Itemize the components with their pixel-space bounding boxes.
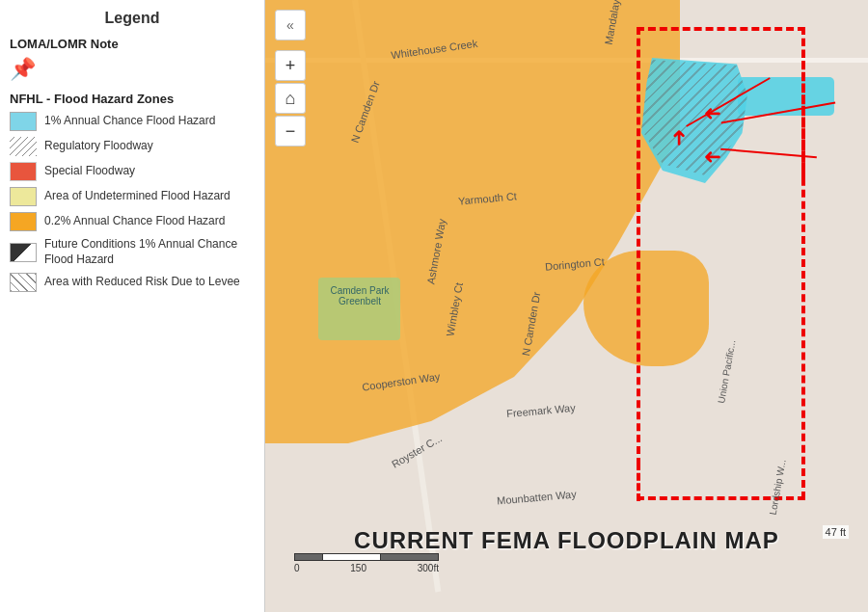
map-title: CURRENT FEMA FLOODPLAIN MAP (354, 527, 779, 554)
legend-item-undetermined: Area of Undetermined Flood Hazard (10, 187, 255, 206)
legend-icon-reduced (10, 273, 37, 292)
legend-item-regulatory: Regulatory Floodway (10, 137, 255, 156)
legend-label-02pct: 0.2% Annual Chance Flood Hazard (44, 214, 225, 229)
arrow-3: ➜ (666, 129, 692, 146)
zoom-in-button[interactable]: + (275, 50, 306, 81)
collapse-button[interactable]: « (275, 10, 306, 40)
map-area[interactable]: ➜ ➜ ➜ Camden ParkGreenbelt Whitehouse Cr… (265, 0, 868, 612)
park-label: Camden ParkGreenbelt (321, 285, 398, 306)
red-dashed-right (801, 27, 805, 499)
legend-item-reduced: Area with Reduced Risk Due to Levee (10, 273, 255, 292)
elevation-marker: 47 ft (823, 525, 849, 539)
legend-label-reduced: Area with Reduced Risk Due to Levee (44, 275, 240, 290)
legend-icon-1pct (10, 112, 37, 131)
loma-section-title: LOMA/LOMR Note (10, 37, 255, 51)
red-dashed-bottom (637, 496, 805, 500)
legend-label-future: Future Conditions 1% Annual Chance Flood… (44, 237, 255, 267)
legend-icon-undetermined (10, 187, 37, 206)
map-controls: « + ⌂ − (275, 10, 306, 146)
loma-pin-icon: 📌 (10, 57, 255, 82)
red-dashed-left-side (637, 181, 640, 466)
legend-panel: Legend LOMA/LOMR Note 📌 NFHL - Flood Haz… (0, 0, 265, 612)
legend-icon-regulatory (10, 137, 37, 156)
home-button[interactable]: ⌂ (275, 83, 306, 114)
legend-label-undetermined: Area of Undetermined Flood Hazard (44, 189, 231, 204)
nfhl-section-title: NFHL - Flood Hazard Zones (10, 92, 255, 106)
legend-icon-02pct (10, 212, 37, 231)
legend-label-1pct: 1% Annual Chance Flood Hazard (44, 114, 215, 129)
legend-item-02pct: 0.2% Annual Chance Flood Hazard (10, 212, 255, 231)
legend-label-regulatory: Regulatory Floodway (44, 139, 153, 154)
scale-label-0: 0 (294, 563, 300, 573)
scale-label-150: 150 (350, 563, 366, 573)
legend-label-special: Special Floodway (44, 164, 135, 179)
legend-icon-special (10, 162, 37, 181)
scale-bar: 0 150 300ft (294, 553, 439, 573)
legend-title: Legend (10, 10, 255, 27)
zoom-out-button[interactable]: − (275, 116, 306, 146)
legend-item-special: Special Floodway (10, 162, 255, 181)
arrow-2: ➜ (704, 145, 721, 170)
scale-label-300: 300ft (418, 563, 439, 573)
legend-item-1pct: 1% Annual Chance Flood Hazard (10, 112, 255, 131)
app-container: Legend LOMA/LOMR Note 📌 NFHL - Flood Haz… (0, 0, 868, 612)
red-dashed-bottom-left (637, 463, 640, 501)
legend-item-future: Future Conditions 1% Annual Chance Flood… (10, 237, 255, 267)
legend-icon-future (10, 243, 37, 262)
arrow-1: ➜ (704, 101, 721, 126)
